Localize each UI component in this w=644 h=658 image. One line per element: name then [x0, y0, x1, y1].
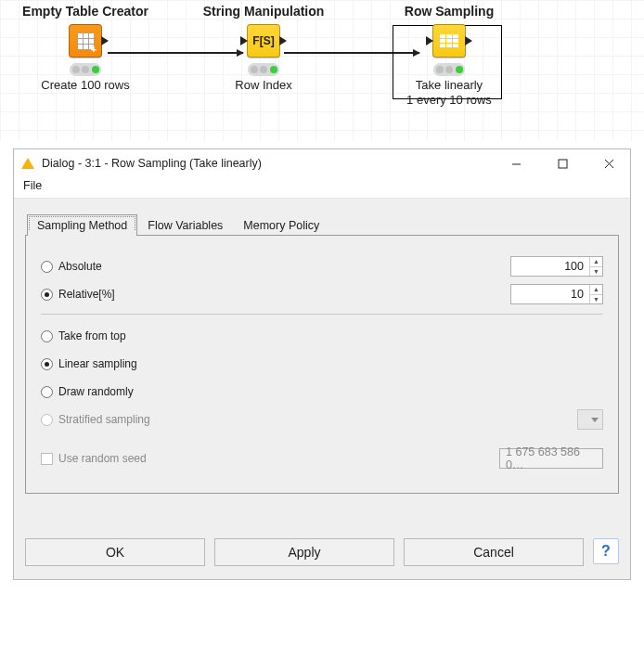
absolute-value: 100	[511, 257, 589, 276]
row-relative: Relative[%] 10 ▲▼	[41, 280, 603, 308]
node-icon: +	[69, 24, 102, 58]
node-empty-table-creator[interactable]: Empty Table Creator + Create 100 rows	[0, 4, 178, 93]
menubar: File	[14, 177, 630, 198]
radio-label: Relative[%]	[58, 288, 115, 301]
apply-button[interactable]: Apply	[214, 538, 394, 566]
in-port-icon[interactable]	[426, 36, 433, 45]
node-icon: F[S]	[247, 24, 280, 58]
node-string-manipulation[interactable]: String Manipulation F[S] Row Index	[171, 4, 356, 93]
radio-label: Take from top	[58, 329, 126, 342]
traffic-light-icon	[70, 63, 101, 76]
stratified-column-combo	[577, 409, 603, 430]
traffic-light-icon	[248, 63, 279, 76]
close-button[interactable]	[589, 150, 628, 176]
radio-absolute[interactable]: Absolute	[41, 260, 438, 273]
radio-label: Linear sampling	[58, 357, 137, 370]
function-string-icon: F[S]	[252, 34, 274, 47]
close-icon	[604, 159, 614, 169]
node-category-label: String Manipulation	[171, 4, 356, 19]
cancel-button[interactable]: Cancel	[404, 538, 584, 566]
radio-label: Stratified sampling	[58, 413, 150, 426]
radio-relative[interactable]: Relative[%]	[41, 288, 438, 301]
checkbox-label: Use random seed	[58, 452, 147, 465]
tab-memory-policy[interactable]: Memory Policy	[233, 214, 329, 236]
grid-plus-icon: +	[78, 33, 94, 49]
svg-rect-1	[559, 160, 567, 168]
dialog-client-area: Sampling Method Flow Variables Memory Po…	[14, 198, 630, 579]
knime-triangle-icon	[21, 158, 34, 169]
radio-icon	[41, 261, 53, 273]
out-port-icon[interactable]	[465, 36, 472, 45]
seed-field: 1 675 683 586 0…	[499, 448, 603, 469]
relative-spinner[interactable]: 10 ▲▼	[510, 284, 603, 304]
checkbox-use-random-seed[interactable]: Use random seed	[41, 452, 438, 465]
minimize-icon	[511, 159, 522, 169]
dialog-button-row: OK Apply Cancel ?	[25, 538, 619, 566]
radio-icon	[41, 386, 53, 398]
node-row-sampling[interactable]: Row Sampling Take linearly 1 every 10 ro…	[356, 4, 542, 108]
checkbox-icon	[41, 453, 53, 465]
maximize-icon	[558, 159, 568, 169]
maximize-button[interactable]	[543, 150, 582, 176]
radio-icon	[41, 358, 53, 370]
dialog-titlebar[interactable]: Dialog - 3:1 - Row Sampling (Take linear…	[14, 149, 630, 177]
in-port-icon[interactable]	[240, 36, 248, 45]
minimize-button[interactable]	[496, 150, 535, 176]
dialog-title: Dialog - 3:1 - Row Sampling (Take linear…	[42, 157, 489, 170]
menu-file[interactable]: File	[23, 179, 42, 192]
separator	[41, 314, 603, 315]
radio-label: Absolute	[58, 260, 102, 273]
node-category-label: Row Sampling	[356, 4, 542, 19]
tab-strip: Sampling Method Flow Variables Memory Po…	[25, 213, 619, 235]
radio-stratified-sampling: Stratified sampling	[41, 413, 438, 426]
spinner-down-icon[interactable]: ▼	[590, 295, 602, 304]
radio-icon	[41, 289, 53, 301]
workflow-canvas[interactable]: Empty Table Creator + Create 100 rows St…	[0, 0, 644, 141]
help-icon: ?	[601, 543, 611, 560]
radio-linear-sampling[interactable]: Linear sampling	[41, 357, 603, 370]
node-label: Create 100 rows	[0, 78, 178, 93]
spinner-up-icon[interactable]: ▲	[590, 257, 602, 267]
row-absolute: Absolute 100 ▲▼	[41, 252, 603, 280]
traffic-light-icon	[433, 63, 465, 76]
node-icon	[432, 24, 466, 58]
radio-label: Draw randomly	[58, 385, 134, 398]
radio-draw-randomly[interactable]: Draw randomly	[41, 385, 603, 398]
absolute-spinner[interactable]: 100 ▲▼	[510, 256, 603, 277]
tab-flow-variables[interactable]: Flow Variables	[137, 214, 233, 236]
tab-sampling-method[interactable]: Sampling Method	[27, 214, 137, 236]
table-rows-icon	[440, 34, 458, 47]
out-port-icon[interactable]	[279, 36, 287, 45]
ok-button[interactable]: OK	[25, 538, 205, 566]
radio-icon	[41, 330, 53, 342]
seed-value: 1 675 683 586 0…	[500, 449, 602, 468]
radio-icon	[41, 414, 53, 426]
radio-take-from-top[interactable]: Take from top	[41, 329, 603, 342]
out-port-icon[interactable]	[101, 36, 109, 45]
dialog-row-sampling: Dialog - 3:1 - Row Sampling (Take linear…	[13, 148, 631, 580]
relative-value: 10	[511, 285, 589, 303]
node-label: Take linearly 1 every 10 rows	[356, 78, 542, 108]
help-button[interactable]: ?	[593, 538, 619, 564]
spinner-up-icon[interactable]: ▲	[590, 285, 602, 295]
node-category-label: Empty Table Creator	[0, 4, 178, 19]
tab-panel-sampling-method: Absolute 100 ▲▼ Relative[%] 10	[25, 235, 619, 494]
spinner-down-icon[interactable]: ▼	[590, 267, 602, 277]
node-label: Row Index	[171, 78, 356, 93]
